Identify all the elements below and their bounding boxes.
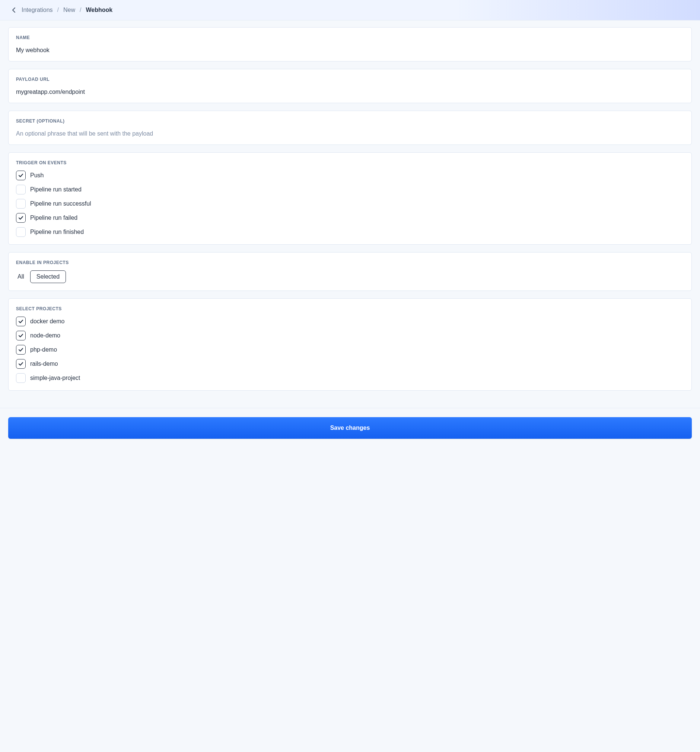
trigger-event-row: Pipeline run started [16, 185, 684, 194]
payload-url-label: PAYLOAD URL [16, 77, 684, 82]
secret-input[interactable] [16, 131, 684, 137]
trigger-event-label: Pipeline run started [30, 186, 82, 193]
select-projects-card: SELECT PROJECTS docker demonode-demophp-… [8, 298, 692, 391]
payload-url-card: PAYLOAD URL [8, 69, 692, 103]
trigger-events-card: TRIGGER ON EVENTS PushPipeline run start… [8, 152, 692, 245]
breadcrumb-separator: / [80, 7, 81, 13]
trigger-events-list: PushPipeline run startedPipeline run suc… [16, 171, 684, 237]
project-label: php-demo [30, 346, 57, 353]
breadcrumb-webhook: Webhook [86, 7, 113, 13]
back-icon[interactable] [12, 7, 16, 13]
trigger-event-checkbox[interactable] [16, 213, 26, 223]
footer: Save changes [0, 408, 700, 448]
enable-projects-option-selected[interactable]: Selected [30, 270, 66, 283]
project-row: php-demo [16, 345, 684, 354]
trigger-event-row: Pipeline run finished [16, 227, 684, 237]
trigger-event-label: Pipeline run failed [30, 214, 78, 221]
enable-in-projects-toggle: AllSelected [16, 270, 684, 283]
project-label: node-demo [30, 332, 61, 339]
project-label: simple-java-project [30, 375, 80, 381]
trigger-event-checkbox[interactable] [16, 199, 26, 208]
name-input[interactable] [16, 47, 684, 54]
trigger-event-label: Push [30, 172, 43, 179]
project-checkbox[interactable] [16, 345, 26, 354]
project-row: docker demo [16, 317, 684, 326]
project-checkbox[interactable] [16, 373, 26, 383]
project-row: rails-demo [16, 359, 684, 369]
breadcrumb: Integrations / New / Webhook [22, 7, 112, 13]
trigger-event-row: Pipeline run failed [16, 213, 684, 223]
select-projects-label: SELECT PROJECTS [16, 306, 684, 311]
trigger-event-checkbox[interactable] [16, 171, 26, 180]
project-checkbox[interactable] [16, 359, 26, 369]
project-checkbox[interactable] [16, 331, 26, 340]
trigger-event-row: Push [16, 171, 684, 180]
trigger-event-row: Pipeline run successful [16, 199, 684, 208]
breadcrumb-separator: / [57, 7, 59, 13]
trigger-events-label: TRIGGER ON EVENTS [16, 160, 684, 165]
project-label: rails-demo [30, 360, 58, 367]
project-row: node-demo [16, 331, 684, 340]
project-checkbox[interactable] [16, 317, 26, 326]
payload-url-input[interactable] [16, 89, 684, 95]
enable-in-projects-card: ENABLE IN PROJECTS AllSelected [8, 252, 692, 291]
project-label: docker demo [30, 318, 65, 325]
secret-label: SECRET (OPTIONAL) [16, 118, 684, 124]
name-card: NAME [8, 27, 692, 61]
trigger-event-checkbox[interactable] [16, 227, 26, 237]
project-row: simple-java-project [16, 373, 684, 383]
select-projects-list: docker demonode-demophp-demorails-demosi… [16, 317, 684, 383]
enable-projects-option-all[interactable]: All [16, 270, 26, 283]
trigger-event-label: Pipeline run successful [30, 200, 91, 207]
breadcrumb-integrations[interactable]: Integrations [22, 7, 53, 13]
main-content: NAME PAYLOAD URL SECRET (OPTIONAL) TRIGG… [0, 20, 700, 405]
trigger-event-label: Pipeline run finished [30, 229, 84, 235]
name-label: NAME [16, 35, 684, 40]
trigger-event-checkbox[interactable] [16, 185, 26, 194]
enable-in-projects-label: ENABLE IN PROJECTS [16, 260, 684, 265]
page-header: Integrations / New / Webhook [0, 0, 700, 20]
breadcrumb-new[interactable]: New [63, 7, 75, 13]
save-button[interactable]: Save changes [8, 417, 692, 439]
secret-card: SECRET (OPTIONAL) [8, 110, 692, 145]
